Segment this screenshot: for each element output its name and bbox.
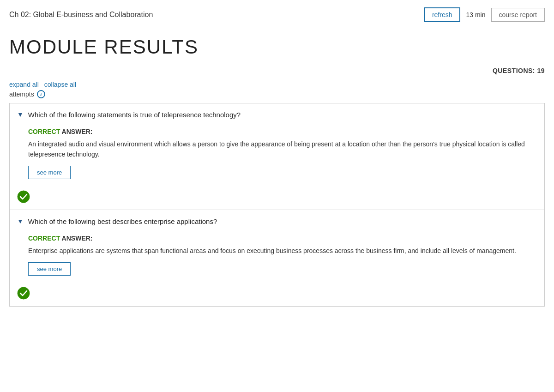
see-more-button[interactable]: see more (28, 166, 71, 179)
questions-container: ▼ Which of the following statements is t… (0, 103, 554, 307)
top-bar: Ch 02: Global E-business and Collaborati… (0, 0, 554, 27)
correct-label: CORRECT ANSWER: (28, 235, 535, 242)
correct-label: CORRECT ANSWER: (28, 128, 535, 135)
time-label: 13 min (466, 11, 485, 18)
collapse-arrow-icon: ▼ (17, 111, 24, 118)
attempts-row: attempts i (0, 90, 554, 103)
correct-checkmark-icon (17, 190, 30, 203)
question-card: ▼ Which of the following statements is t… (9, 103, 545, 210)
correct-word: CORRECT (28, 235, 60, 242)
chapter-title: Ch 02: Global E-business and Collaborati… (9, 11, 153, 19)
question-footer (10, 282, 544, 306)
answer-word: ANSWER: (62, 128, 93, 135)
question-body: CORRECT ANSWER: An integrated audio and … (10, 125, 544, 186)
course-report-button[interactable]: course report (491, 8, 545, 22)
answer-text: An integrated audio and visual environme… (28, 139, 535, 160)
info-icon[interactable]: i (37, 90, 45, 98)
correct-word: CORRECT (28, 128, 60, 135)
question-text: Which of the following statements is tru… (28, 110, 241, 121)
question-footer (10, 186, 544, 210)
controls-bar: expand all collapse all (0, 78, 554, 90)
question-header[interactable]: ▼ Which of the following statements is t… (10, 103, 544, 125)
collapse-arrow-icon: ▼ (17, 217, 24, 225)
top-bar-right: refresh 13 min course report (424, 7, 545, 22)
module-results-title: MODULE RESULTS (9, 36, 545, 58)
expand-collapse-links: expand all collapse all (9, 81, 76, 88)
collapse-all-button[interactable]: collapse all (44, 81, 76, 88)
answer-text: Enterprise applications are systems that… (28, 246, 535, 256)
attempts-label: attempts (9, 90, 34, 98)
module-results-header: MODULE RESULTS (0, 27, 554, 58)
question-text: Which of the following best describes en… (28, 217, 217, 227)
questions-count-label: QUESTIONS: 19 (493, 67, 545, 74)
svg-point-0 (18, 191, 30, 203)
see-more-button[interactable]: see more (28, 262, 71, 276)
questions-count-bar: QUESTIONS: 19 (0, 63, 554, 78)
svg-point-1 (18, 287, 30, 299)
question-body: CORRECT ANSWER: Enterprise applications … (10, 232, 544, 282)
question-header[interactable]: ▼ Which of the following best describes … (10, 210, 544, 232)
answer-word: ANSWER: (62, 235, 93, 242)
refresh-button[interactable]: refresh (424, 7, 461, 22)
correct-checkmark-icon (17, 287, 30, 300)
expand-all-button[interactable]: expand all (9, 81, 39, 88)
question-card: ▼ Which of the following best describes … (9, 210, 545, 307)
